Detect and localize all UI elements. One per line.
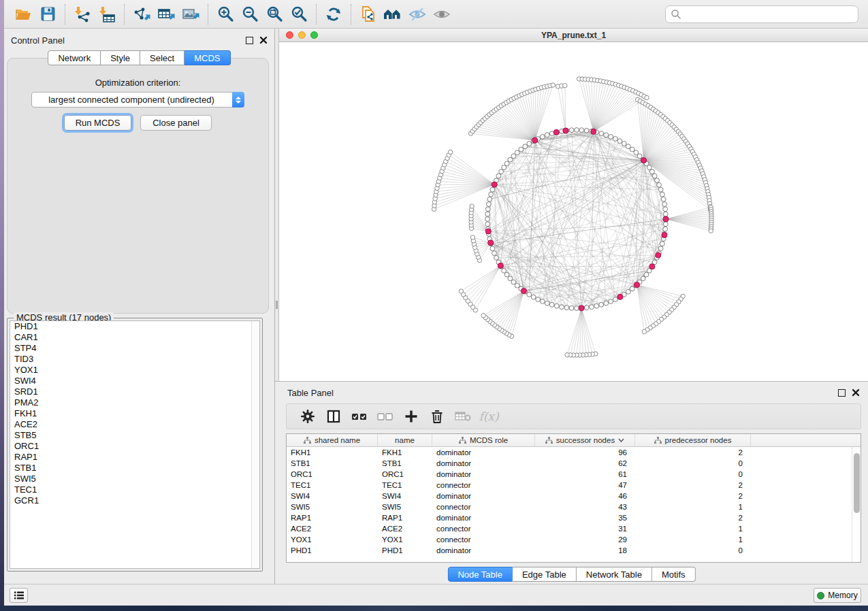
mcds-result-item[interactable]: SWI4 xyxy=(10,376,259,386)
mcds-result-item[interactable]: SRD1 xyxy=(10,386,259,397)
column-header-MCDS-role[interactable]: MCDS role xyxy=(432,434,535,446)
table-cell: RAP1 xyxy=(378,512,432,523)
table-cell: connector xyxy=(432,534,535,545)
table-row[interactable]: PHD1PHD1dominator180 xyxy=(287,545,852,556)
search-field[interactable] xyxy=(665,5,858,23)
float-panel-icon[interactable] xyxy=(246,37,253,44)
mcds-result-item[interactable]: TID3 xyxy=(10,354,259,365)
search-input[interactable] xyxy=(681,7,858,21)
table-cell: SWI4 xyxy=(378,491,432,501)
mcds-result-item[interactable]: STB5 xyxy=(10,430,259,441)
table-body: FKH1FKH1dominator962STB1STB1dominator620… xyxy=(287,447,852,562)
import-table-icon[interactable] xyxy=(95,3,119,25)
mcds-result-item[interactable]: GCR1 xyxy=(10,495,259,506)
clear-selection-icon[interactable] xyxy=(372,406,398,427)
mcds-result-item[interactable]: TEC1 xyxy=(10,484,259,495)
settings-gear-icon[interactable] xyxy=(295,406,321,427)
duplicate-network-icon[interactable] xyxy=(356,3,381,25)
list-icon xyxy=(14,591,25,600)
run-mcds-button[interactable]: Run MCDS xyxy=(64,115,131,131)
zoom-in-icon[interactable] xyxy=(213,3,238,25)
tab-network[interactable]: Network xyxy=(48,50,101,65)
mcds-result-item[interactable]: STB1 xyxy=(10,463,259,474)
table-row[interactable]: SWI4SWI4dominator462 xyxy=(287,491,852,501)
export-image-icon[interactable] xyxy=(178,3,203,25)
tab-select[interactable]: Select xyxy=(140,50,184,65)
tab-node-table[interactable]: Node Table xyxy=(447,567,513,582)
import-network-icon[interactable] xyxy=(70,3,95,25)
mcds-result-item[interactable]: ACE2 xyxy=(10,419,259,430)
table-cell: PHD1 xyxy=(287,545,378,556)
tab-motifs[interactable]: Motifs xyxy=(652,567,696,582)
table-cell: RAP1 xyxy=(287,512,378,523)
add-row-icon[interactable] xyxy=(398,406,424,427)
tab-edge-table[interactable]: Edge Table xyxy=(513,567,577,582)
refresh-icon[interactable] xyxy=(321,3,346,25)
column-header-name[interactable]: name xyxy=(378,434,432,446)
mcds-result-list[interactable]: PHD1CAR1STP4TID3YOX1SWI4SRD1PMA2FKH1ACE2… xyxy=(10,320,260,569)
mcds-result-item[interactable]: PMA2 xyxy=(10,397,259,408)
save-session-icon[interactable] xyxy=(35,3,60,25)
node-table: shared namenameMCDS rolesuccessor nodesp… xyxy=(286,433,861,563)
table-row[interactable]: STB1STB1dominator620 xyxy=(287,458,852,469)
table-header-row: shared namenameMCDS rolesuccessor nodesp… xyxy=(287,434,861,447)
mcds-result-item[interactable]: RAP1 xyxy=(10,452,259,463)
mcds-result-item[interactable]: FKH1 xyxy=(10,408,259,419)
mcds-list-scrollbar[interactable] xyxy=(251,321,259,568)
function-builder-icon[interactable]: f(x) xyxy=(476,406,502,427)
column-header-shared-name[interactable]: shared name xyxy=(287,434,378,446)
search-icon xyxy=(671,9,681,20)
table-scrollbar[interactable] xyxy=(852,447,861,562)
tab-mcds[interactable]: MCDS xyxy=(184,50,230,65)
table-cell: ORC1 xyxy=(378,469,432,480)
export-table-icon[interactable] xyxy=(154,3,178,25)
export-network-icon[interactable] xyxy=(129,3,154,25)
table-cell: 61 xyxy=(535,469,635,480)
criterion-dropdown[interactable]: largest connected component (undirected) xyxy=(31,92,244,108)
close-panel-icon[interactable] xyxy=(259,36,268,44)
table-scrollbar-thumb[interactable] xyxy=(854,453,860,513)
mcds-result-item[interactable]: SWI5 xyxy=(10,474,259,484)
close-panel-button[interactable]: Close panel xyxy=(140,115,212,131)
open-file-icon[interactable] xyxy=(11,3,35,25)
status-bar: Memory xyxy=(4,584,868,606)
table-row[interactable]: ACE2ACE2connector311 xyxy=(287,523,852,534)
toolbar-separator xyxy=(124,4,125,24)
column-header-successor-nodes[interactable]: successor nodes xyxy=(535,434,635,446)
delete-table-icon[interactable] xyxy=(450,406,476,427)
mcds-result-item[interactable]: CAR1 xyxy=(10,332,259,343)
zoom-out-icon[interactable] xyxy=(238,3,262,25)
table-row[interactable]: TEC1TEC1connector472 xyxy=(287,480,852,491)
mcds-result-item[interactable]: PHD1 xyxy=(10,321,259,332)
network-canvas[interactable] xyxy=(279,42,868,381)
tab-style[interactable]: Style xyxy=(101,50,140,65)
show-all-eye-icon[interactable] xyxy=(430,3,454,25)
toolbar-separator xyxy=(65,4,65,24)
close-table-panel-icon[interactable] xyxy=(852,389,860,397)
select-all-icon[interactable] xyxy=(347,406,372,427)
table-row[interactable]: SWI5SWI5connector431 xyxy=(287,501,852,512)
table-cell: 18 xyxy=(535,545,635,556)
houses-icon[interactable] xyxy=(381,3,405,25)
mcds-result-item[interactable]: ORC1 xyxy=(10,441,259,452)
table-row[interactable]: YOX1YOX1connector291 xyxy=(287,534,852,545)
table-row[interactable]: RAP1RAP1dominator352 xyxy=(287,512,852,523)
table-cell: SWI4 xyxy=(287,491,378,501)
table-row[interactable]: ORC1ORC1dominator610 xyxy=(287,469,852,480)
hide-selected-eye-slash-icon[interactable] xyxy=(405,3,430,25)
tab-network-table[interactable]: Network Table xyxy=(577,567,652,582)
memory-button[interactable]: Memory xyxy=(814,588,861,603)
zoom-selected-icon[interactable] xyxy=(287,3,311,25)
column-header-predecessor-nodes[interactable]: predecessor nodes xyxy=(635,434,751,446)
mcds-result-item[interactable]: STP4 xyxy=(10,343,259,354)
float-table-panel-icon[interactable] xyxy=(838,389,846,397)
task-history-button[interactable] xyxy=(10,588,28,603)
delete-rows-trash-icon[interactable] xyxy=(424,406,450,427)
table-cell: dominator xyxy=(432,469,535,480)
zoom-fit-icon[interactable] xyxy=(262,3,287,25)
mcds-result-item[interactable]: YOX1 xyxy=(10,365,259,376)
table-row[interactable]: FKH1FKH1dominator962 xyxy=(287,447,852,458)
show-columns-icon[interactable] xyxy=(321,406,347,427)
splitter-grip[interactable] xyxy=(276,301,278,309)
table-cell: SWI5 xyxy=(287,501,378,512)
